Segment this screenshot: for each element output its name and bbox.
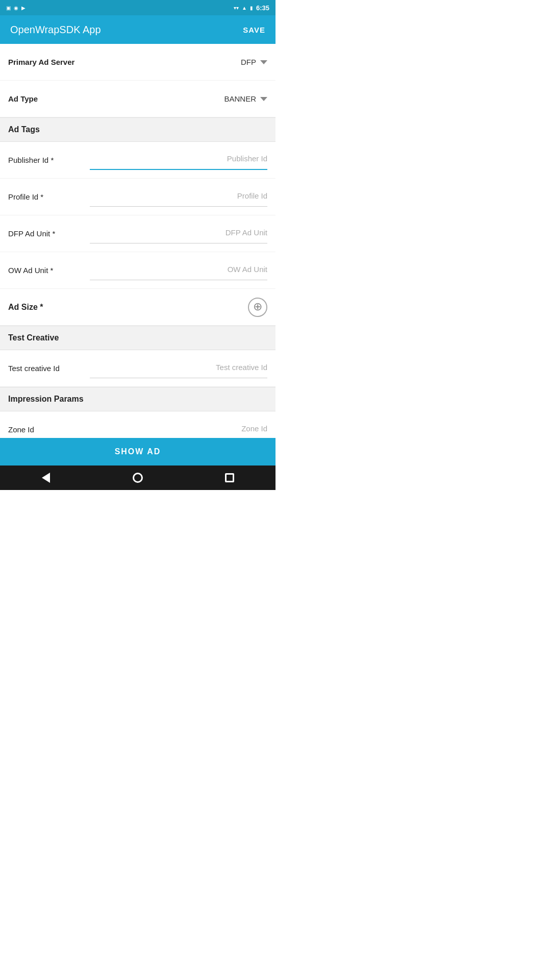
primary-ad-server-label: Primary Ad Server (8, 58, 90, 66)
nav-bar (0, 465, 276, 490)
test-creative-id-input[interactable] (90, 359, 267, 376)
save-button[interactable]: SAVE (243, 26, 265, 34)
publisher-id-input-wrapper (90, 150, 267, 170)
recent-icon (225, 473, 234, 482)
ad-size-add-button[interactable]: ⊕ (248, 298, 267, 317)
plus-icon: ⊕ (253, 301, 262, 312)
ad-type-row[interactable]: Ad Type BANNER (0, 81, 276, 117)
show-ad-label: SHOW AD (115, 447, 161, 456)
profile-id-row: Profile Id * (0, 179, 276, 215)
test-creative-id-label: Test creative Id (8, 364, 90, 373)
back-icon (42, 473, 50, 483)
chevron-down-icon (260, 60, 267, 64)
play-icon: ▶ (21, 5, 26, 11)
primary-ad-server-row[interactable]: Primary Ad Server DFP (0, 44, 276, 81)
ad-tags-label: Ad Tags (8, 125, 40, 134)
profile-id-input[interactable] (90, 187, 267, 204)
ad-type-dropdown[interactable]: BANNER (90, 94, 267, 103)
publisher-id-row: Publisher Id * (0, 142, 276, 179)
primary-ad-server-dropdown[interactable]: DFP (90, 58, 267, 66)
main-content: Primary Ad Server DFP Ad Type BANNER Ad … (0, 44, 276, 438)
ad-type-label: Ad Type (8, 94, 90, 103)
wifi-icon: ▾▾ (234, 5, 239, 11)
ow-ad-unit-input[interactable] (90, 261, 267, 278)
sim-icon: ▣ (6, 5, 11, 11)
ow-ad-unit-row: OW Ad Unit * (0, 252, 276, 289)
publisher-id-label: Publisher Id * (8, 156, 90, 164)
profile-id-label: Profile Id * (8, 192, 90, 201)
primary-ad-server-value: DFP (241, 58, 256, 66)
home-icon (133, 473, 143, 483)
ow-ad-unit-label: OW Ad Unit * (8, 266, 90, 275)
test-creative-id-row: Test creative Id (0, 350, 276, 387)
ad-type-value: BANNER (224, 94, 256, 103)
battery-icon: ▮ (250, 5, 253, 11)
zone-id-row: Zone Id (0, 411, 276, 438)
dfp-ad-unit-input[interactable] (90, 224, 267, 241)
impression-params-section-header: Impression Params (0, 387, 276, 411)
ow-ad-unit-input-wrapper (90, 261, 267, 280)
publisher-id-input[interactable] (90, 150, 267, 167)
sync-icon: ◉ (14, 5, 18, 11)
signal-icon: ▲ (242, 5, 247, 11)
dfp-ad-unit-label: DFP Ad Unit * (8, 229, 90, 238)
zone-id-input-wrapper (90, 420, 267, 438)
status-time: 6:35 (256, 4, 269, 12)
status-bar-left: ▣ ◉ ▶ (6, 5, 26, 11)
ad-tags-section-header: Ad Tags (0, 117, 276, 142)
test-creative-id-input-wrapper (90, 359, 267, 378)
ad-size-label: Ad Size * (8, 303, 248, 312)
zone-id-label: Zone Id (8, 425, 90, 434)
status-bar-right: ▾▾ ▲ ▮ 6:35 (234, 4, 269, 12)
test-creative-section-header: Test Creative (0, 326, 276, 350)
zone-id-input[interactable] (90, 420, 267, 437)
dfp-ad-unit-row: DFP Ad Unit * (0, 215, 276, 252)
toolbar: OpenWrapSDK App SAVE (0, 15, 276, 44)
nav-recent-button[interactable] (214, 465, 245, 490)
impression-params-label: Impression Params (8, 395, 84, 403)
profile-id-input-wrapper (90, 187, 267, 207)
nav-back-button[interactable] (31, 465, 61, 490)
ad-size-row: Ad Size * ⊕ (0, 289, 276, 326)
show-ad-button[interactable]: SHOW AD (0, 438, 276, 465)
dfp-ad-unit-input-wrapper (90, 224, 267, 243)
status-bar: ▣ ◉ ▶ ▾▾ ▲ ▮ 6:35 (0, 0, 276, 15)
app-title: OpenWrapSDK App (10, 24, 101, 36)
test-creative-label: Test Creative (8, 333, 59, 342)
nav-home-button[interactable] (122, 465, 153, 490)
chevron-down-icon (260, 97, 267, 101)
